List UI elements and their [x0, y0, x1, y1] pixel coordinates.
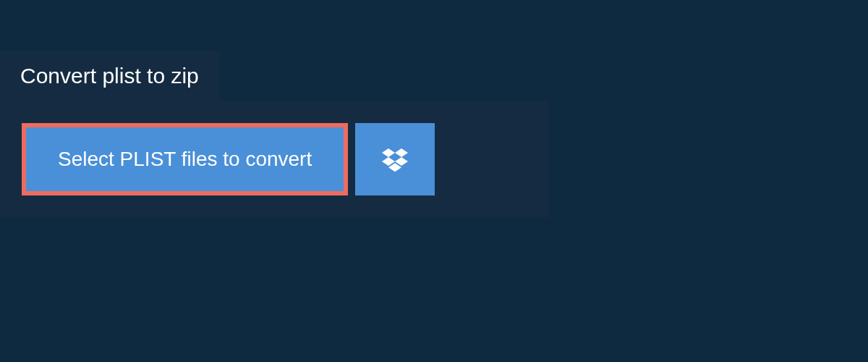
select-files-button-label: Select PLIST files to convert	[58, 148, 312, 171]
select-files-button[interactable]: Select PLIST files to convert	[22, 123, 348, 195]
tab-convert[interactable]: Convert plist to zip	[0, 51, 219, 101]
dropbox-icon	[382, 146, 408, 172]
button-row: Select PLIST files to convert	[22, 123, 528, 195]
upload-panel: Select PLIST files to convert	[0, 101, 550, 217]
tab-label: Convert plist to zip	[20, 64, 199, 88]
dropbox-button[interactable]	[355, 123, 435, 195]
